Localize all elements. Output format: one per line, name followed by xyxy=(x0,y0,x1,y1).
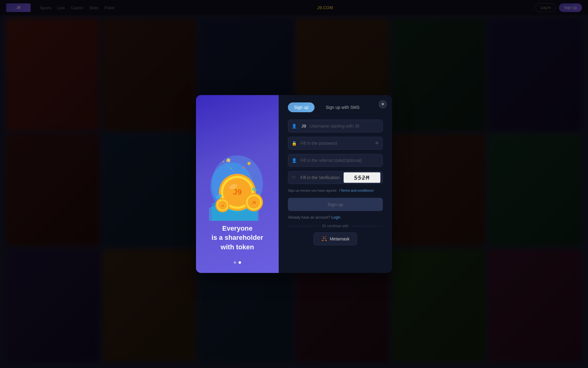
or-text: Or continue with xyxy=(322,224,349,228)
username-field-group: 👤 J9 xyxy=(288,120,383,132)
metamask-button[interactable]: Metamask xyxy=(314,232,357,245)
or-divider: Or continue with xyxy=(288,224,383,228)
modal-tagline: Everyone is a shareholder with token xyxy=(212,224,263,252)
modal-overlay: J9 J9 J9 xyxy=(0,0,588,368)
captcha-image[interactable]: S52M xyxy=(344,172,380,183)
tab-signup[interactable]: Sign up xyxy=(288,102,315,112)
svg-marker-31 xyxy=(325,240,325,241)
svg-text:J9: J9 xyxy=(233,187,242,197)
tab-signup-sms[interactable]: Sign up with SMS xyxy=(319,102,366,112)
close-button[interactable]: × xyxy=(379,100,387,109)
svg-marker-26 xyxy=(325,240,326,241)
referral-icon: 👤 xyxy=(292,158,297,163)
divider-line-left xyxy=(288,226,319,226)
svg-marker-28 xyxy=(323,238,324,239)
login-prompt: Already have an account? Login xyxy=(288,215,383,220)
svg-marker-29 xyxy=(325,238,326,239)
svg-text:J9: J9 xyxy=(252,201,256,205)
captcha-text: S52M xyxy=(354,174,370,181)
svg-marker-30 xyxy=(323,240,324,241)
dot-1[interactable] xyxy=(234,261,236,264)
signup-submit-button[interactable]: Sign up xyxy=(288,198,383,211)
slide-dots xyxy=(234,261,241,264)
svg-marker-24 xyxy=(325,236,327,238)
svg-marker-25 xyxy=(322,236,324,238)
verification-field-group: 🛡 S52M xyxy=(288,171,383,184)
password-input[interactable] xyxy=(288,137,383,150)
terms-text: Sign up means you have agreed 《Terms and… xyxy=(288,188,383,193)
referral-field-group: 👤 xyxy=(288,154,383,167)
referral-input[interactable] xyxy=(288,154,383,167)
svg-text:J9: J9 xyxy=(221,204,224,207)
modal-right-panel: × Sign up Sign up with SMS 👤 J9 🔒 👁 xyxy=(279,95,392,273)
user-icon: 👤 xyxy=(292,124,297,128)
terms-link[interactable]: 《Terms and conditions》 xyxy=(337,189,376,192)
eye-icon[interactable]: 👁 xyxy=(375,141,379,146)
lock-icon: 🔒 xyxy=(292,141,297,146)
modal-left-panel: J9 J9 J9 xyxy=(196,95,279,273)
shield-icon: 🛡 xyxy=(292,175,296,180)
metamask-icon xyxy=(321,236,327,242)
svg-marker-27 xyxy=(322,240,323,241)
password-field-group: 🔒 👁 xyxy=(288,137,383,150)
username-prefix: J9 xyxy=(301,124,306,128)
metamask-label: Metamask xyxy=(330,236,350,241)
dot-2[interactable] xyxy=(239,261,241,264)
signup-modal: J9 J9 J9 xyxy=(196,95,392,273)
auth-tabs: Sign up Sign up with SMS xyxy=(288,102,383,112)
input-divider xyxy=(299,122,299,130)
login-link[interactable]: Login xyxy=(331,215,340,220)
divider-line-right xyxy=(352,226,383,226)
